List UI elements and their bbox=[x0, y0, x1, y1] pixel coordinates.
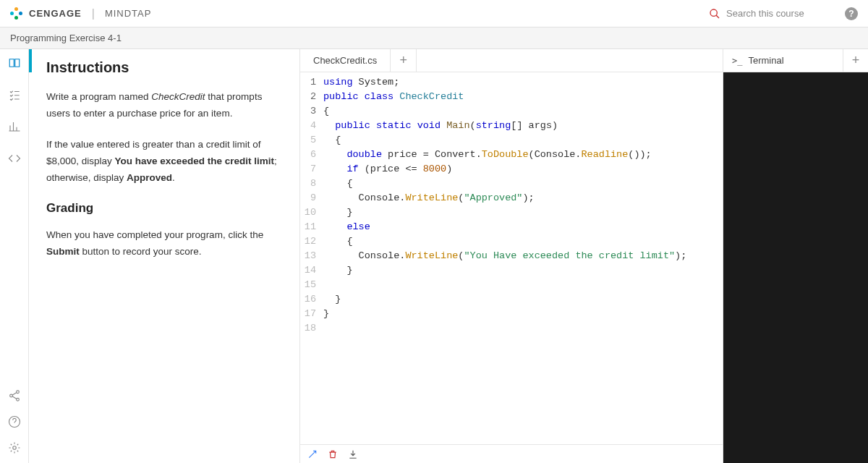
code-editor[interactable]: 1 2 3 4 5 6 7 8 9 10 11 12 13 14 15 16 1… bbox=[300, 72, 723, 444]
instructions-para-2: If the value entered is greater than a c… bbox=[46, 137, 285, 187]
search-input[interactable] bbox=[726, 8, 835, 19]
tab-file-label: CheckCredit.cs bbox=[313, 55, 377, 66]
search-icon bbox=[709, 8, 720, 20]
main-area: Instructions Write a program named Check… bbox=[0, 49, 868, 463]
trash-icon[interactable] bbox=[328, 449, 338, 459]
terminal-icon: >_ bbox=[732, 56, 742, 66]
grading-title: Grading bbox=[46, 201, 285, 216]
brand-name: CENGAGE bbox=[29, 8, 82, 19]
terminal-label: Terminal bbox=[748, 55, 783, 66]
terminal-body[interactable] bbox=[723, 72, 868, 463]
instructions-para-3: When you have completed your program, cl… bbox=[46, 227, 285, 260]
wand-icon[interactable] bbox=[307, 449, 318, 459]
logo-mark-icon bbox=[10, 7, 23, 20]
svg-point-4 bbox=[16, 398, 19, 401]
breadcrumb: Programming Exercise 4-1 bbox=[0, 27, 868, 49]
instructions-panel: Instructions Write a program named Check… bbox=[29, 49, 300, 463]
brand-logo: CENGAGE | MINDTAP bbox=[10, 7, 151, 20]
svg-point-0 bbox=[710, 9, 717, 16]
download-icon[interactable] bbox=[348, 449, 358, 459]
chart-icon[interactable] bbox=[8, 120, 21, 133]
line-gutter: 1 2 3 4 5 6 7 8 9 10 11 12 13 14 15 16 1… bbox=[300, 72, 320, 444]
help-icon[interactable] bbox=[8, 415, 21, 428]
settings-icon[interactable] bbox=[8, 441, 21, 454]
add-terminal-button[interactable]: + bbox=[843, 49, 868, 72]
instructions-title: Instructions bbox=[46, 59, 285, 76]
code-icon[interactable] bbox=[8, 152, 21, 165]
share-icon[interactable] bbox=[8, 389, 21, 402]
tab-terminal[interactable]: >_ Terminal bbox=[723, 49, 843, 72]
add-tab-button[interactable]: + bbox=[391, 49, 417, 72]
editor-panel: CheckCredit.cs + 1 2 3 4 5 6 7 8 9 10 11… bbox=[300, 49, 723, 463]
product-name: MINDTAP bbox=[105, 8, 152, 19]
top-bar: CENGAGE | MINDTAP ? bbox=[0, 0, 868, 27]
brand-separator: | bbox=[92, 7, 95, 20]
book-icon[interactable] bbox=[8, 56, 21, 69]
editor-tabs: CheckCredit.cs + bbox=[300, 49, 723, 72]
terminal-panel: >_ Terminal + bbox=[723, 49, 868, 463]
svg-line-1 bbox=[716, 15, 719, 18]
search[interactable] bbox=[709, 8, 835, 20]
side-rail bbox=[0, 49, 29, 463]
breadcrumb-text: Programming Exercise 4-1 bbox=[10, 33, 122, 43]
active-tab-accent bbox=[29, 49, 32, 72]
help-button[interactable]: ? bbox=[845, 7, 858, 20]
checklist-icon[interactable] bbox=[8, 88, 21, 101]
instructions-para-1: Write a program named CheckCredit that p… bbox=[46, 89, 285, 122]
editor-footer bbox=[300, 444, 723, 463]
svg-point-6 bbox=[12, 446, 16, 450]
svg-point-3 bbox=[16, 391, 19, 394]
code-content[interactable]: using System; public class CheckCredit {… bbox=[320, 72, 686, 444]
svg-point-2 bbox=[9, 394, 12, 397]
tab-file[interactable]: CheckCredit.cs bbox=[300, 49, 391, 72]
terminal-tabs: >_ Terminal + bbox=[723, 49, 868, 72]
